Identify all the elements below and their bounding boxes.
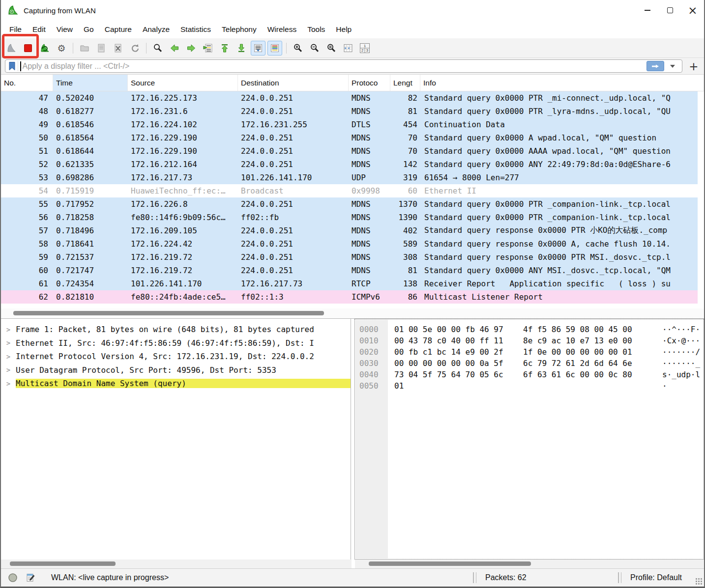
go-to-packet-button[interactable]: [201, 41, 215, 56]
reload-file-button[interactable]: [127, 41, 142, 56]
capture-comment-icon[interactable]: [26, 573, 35, 583]
expert-info-icon[interactable]: [8, 573, 18, 583]
zoom-out-button[interactable]: [307, 41, 322, 56]
apply-arrow-icon: [651, 63, 660, 70]
packet-row[interactable]: 480.618277172.16.231.6224.0.0.251MDNS81S…: [1, 105, 704, 118]
expand-chevron-icon[interactable]: >: [1, 380, 16, 388]
hex-row[interactable]: 005001·: [355, 380, 704, 392]
detail-row[interactable]: >Internet Protocol Version 4, Src: 172.1…: [1, 350, 351, 364]
colorize-packets-button[interactable]: [267, 41, 282, 56]
close-file-button[interactable]: [111, 41, 125, 56]
menu-statistics[interactable]: Statistics: [175, 23, 216, 36]
zoom-reset-button[interactable]: [324, 41, 339, 56]
packet-row[interactable]: 530.698286172.16.217.73101.226.141.170UD…: [1, 171, 704, 184]
packet-row[interactable]: 620.821810fe80::24fb:4ade:ce5…ff02::1:3I…: [1, 290, 704, 304]
menu-analyze[interactable]: Analyze: [137, 23, 175, 36]
vertical-scrollbar[interactable]: [698, 91, 704, 304]
packet-row[interactable]: 490.618546172.16.224.102172.16.231.255DT…: [1, 118, 704, 131]
expand-chevron-icon[interactable]: >: [1, 353, 16, 361]
maximize-button[interactable]: [659, 0, 681, 21]
detail-row[interactable]: >Ethernet II, Src: 46:97:4f:f5:86:59 (46…: [1, 336, 351, 350]
resize-columns-icon: [343, 43, 353, 53]
find-packet-button[interactable]: [150, 41, 165, 56]
add-filter-button[interactable]: +: [687, 60, 700, 73]
packet-row[interactable]: 600.721747172.16.219.72224.0.0.251MDNS81…: [1, 264, 704, 277]
column-header-info[interactable]: Info: [420, 75, 704, 91]
scrollbar-thumb[interactable]: [10, 561, 116, 566]
packet-row[interactable]: 550.717952172.16.226.8224.0.0.251MDNS137…: [1, 197, 704, 211]
stop-capture-button[interactable]: [21, 41, 35, 56]
minimize-button[interactable]: [636, 0, 659, 21]
packet-count: Packets: 62: [476, 573, 618, 582]
menu-view[interactable]: View: [51, 23, 78, 36]
hex-row[interactable]: 003000 00 00 00 00 00 0a 5f6c 79 72 61 2…: [355, 358, 704, 369]
hex-row[interactable]: 000001 00 5e 00 00 fb 46 974f f5 86 59 0…: [355, 324, 704, 335]
restart-capture-button[interactable]: [37, 41, 52, 56]
column-header-destination[interactable]: Destination: [238, 75, 349, 91]
go-first-packet-button[interactable]: [217, 41, 232, 56]
menu-tools[interactable]: Tools: [302, 23, 330, 36]
column-header-protoco[interactable]: Protoco: [349, 75, 390, 91]
column-header-lengt[interactable]: Lengt: [390, 75, 420, 91]
zoom-in-button[interactable]: [291, 41, 305, 56]
display-filter-input[interactable]: Apply a display filter ... <Ctrl-/>: [5, 59, 682, 73]
hex-row[interactable]: 002000 fb c1 bc 14 e9 00 2f1f 0e 00 00 0…: [355, 346, 704, 358]
magnifier-icon: [153, 43, 163, 53]
open-file-button[interactable]: [77, 41, 92, 56]
save-file-button[interactable]: [94, 41, 109, 56]
menu-edit[interactable]: Edit: [27, 23, 51, 36]
close-button[interactable]: ×: [681, 0, 704, 21]
hex-row[interactable]: 004073 04 5f 75 64 70 05 6c6f 63 61 6c 0…: [355, 369, 704, 380]
packet-row[interactable]: 540.715919HuaweiTechno_ff:ec:…Broadcast0…: [1, 184, 704, 197]
detail-row[interactable]: >Frame 1: Packet, 81 bytes on wire (648 …: [1, 323, 351, 336]
column-header-time[interactable]: Time: [53, 75, 128, 91]
packet-row[interactable]: 520.621335172.16.212.164224.0.0.251MDNS1…: [1, 158, 704, 171]
scrollbar-thumb[interactable]: [369, 561, 531, 566]
details-hscrollbar[interactable]: [1, 560, 352, 568]
menu-go[interactable]: Go: [78, 23, 99, 36]
packet-row[interactable]: 560.718258fe80::14f6:9b09:56c…ff02::fbMD…: [1, 211, 704, 224]
detail-row[interactable]: >User Datagram Protocol, Src Port: 49596…: [1, 364, 351, 377]
expand-chevron-icon[interactable]: >: [1, 339, 16, 347]
packet-row[interactable]: 580.718641172.16.224.42224.0.0.251MDNS58…: [1, 237, 704, 251]
menu-file[interactable]: File: [4, 23, 27, 36]
layout-123-button[interactable]: 1 2 3: [357, 41, 372, 56]
start-capture-button[interactable]: [4, 41, 19, 56]
capture-options-button[interactable]: ⚙: [54, 41, 69, 56]
scrollbar-thumb[interactable]: [13, 311, 324, 315]
packet-details-pane: >Frame 1: Packet, 81 bytes on wire (648 …: [1, 319, 351, 560]
detail-row[interactable]: >Multicast Domain Name System (query): [1, 377, 351, 391]
minimize-icon: [645, 10, 650, 11]
menu-wireless[interactable]: Wireless: [262, 23, 302, 36]
column-header-no[interactable]: No.: [1, 75, 53, 91]
menu-help[interactable]: Help: [330, 23, 357, 36]
svg-text:3: 3: [366, 48, 368, 53]
maximize-icon: [667, 7, 673, 13]
packet-row[interactable]: 470.520240172.16.225.173224.0.0.251MDNS8…: [1, 91, 704, 105]
go-back-button[interactable]: [167, 41, 182, 56]
hex-row[interactable]: 001000 43 78 c0 40 00 ff 118e c9 ac 10 e…: [355, 335, 704, 346]
auto-scroll-button[interactable]: [251, 41, 265, 56]
resize-columns-button[interactable]: [341, 41, 355, 56]
green-arrow-right-icon: [186, 43, 196, 53]
packet-row[interactable]: 570.718496172.16.209.105224.0.0.251MDNS4…: [1, 224, 704, 237]
filter-dropdown-caret-icon[interactable]: [670, 65, 675, 68]
packet-list-hscrollbar[interactable]: [1, 308, 704, 318]
packet-row[interactable]: 590.721537172.16.219.72224.0.0.251MDNS30…: [1, 251, 704, 264]
column-header-source[interactable]: Source: [128, 75, 238, 91]
menu-capture[interactable]: Capture: [99, 23, 137, 36]
resize-grip[interactable]: [695, 578, 703, 585]
wireshark-window: Capturing from WLAN × FileEditViewGoCapt…: [0, 0, 705, 588]
packet-row[interactable]: 510.618644172.16.229.190224.0.0.251MDNS7…: [1, 144, 704, 158]
hex-hscrollbar[interactable]: [355, 560, 704, 568]
bookmark-icon[interactable]: [8, 61, 16, 71]
go-forward-button[interactable]: [184, 41, 199, 56]
wireshark-capture-icon: [7, 4, 19, 16]
go-last-packet-button[interactable]: [234, 41, 249, 56]
menu-telephony[interactable]: Telephony: [216, 23, 262, 36]
expand-chevron-icon[interactable]: >: [1, 366, 16, 374]
expand-chevron-icon[interactable]: >: [1, 326, 16, 334]
apply-filter-button[interactable]: [646, 61, 664, 71]
packet-row[interactable]: 500.618564172.16.229.190224.0.0.251MDNS7…: [1, 131, 704, 144]
packet-row[interactable]: 610.724354101.226.141.170172.16.217.73RT…: [1, 277, 704, 290]
